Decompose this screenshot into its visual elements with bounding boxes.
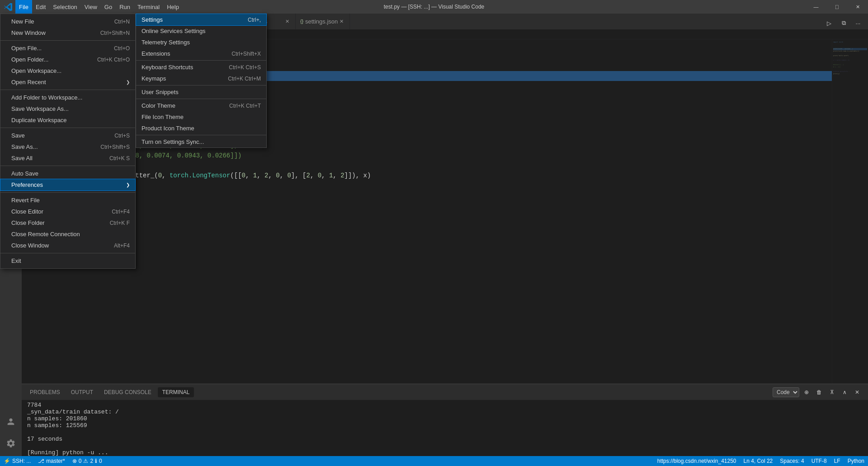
window-controls: — ⎕ ✕ — [806, 0, 868, 14]
menu-save-workspace-as[interactable]: Save Workspace As... — [0, 103, 135, 114]
terminal-line-5 — [27, 429, 863, 436]
tab-close-settings[interactable]: ✕ — [283, 18, 291, 25]
menu-duplicate-workspace[interactable]: Duplicate Workspace — [0, 114, 135, 126]
file-menu-section-5: Auto Save Preferences ❯ — [0, 166, 135, 193]
pref-settings[interactable]: Settings Ctrl+, — [136, 14, 266, 25]
terminal-maximize-button[interactable]: ⊼ — [826, 387, 837, 398]
activity-account[interactable] — [0, 411, 22, 433]
menu-terminal[interactable]: Terminal — [134, 0, 163, 14]
menu-revert-file[interactable]: Revert File — [0, 195, 135, 206]
pref-user-snippets[interactable]: User Snippets — [136, 86, 266, 98]
close-folder-shortcut: Ctrl+K F — [110, 220, 130, 226]
menu-open-recent[interactable]: Open Recent ❯ — [0, 76, 135, 88]
terminal-tab-terminal[interactable]: TERMINAL — [158, 387, 194, 397]
terminal-chevron-up[interactable]: ∧ — [839, 387, 850, 398]
pref-product-icon-theme[interactable]: Product Icon Theme — [136, 123, 266, 134]
menu-close-remote[interactable]: Close Remote Connection — [0, 228, 135, 240]
menu-selection[interactable]: Selection — [49, 0, 80, 14]
pref-settings-sync[interactable]: Turn on Settings Sync... — [136, 136, 266, 147]
vscode-logo — [4, 2, 13, 11]
menu-new-window[interactable]: New Window Ctrl+Shift+N — [0, 27, 135, 38]
split-editor-button[interactable]: ⧉ — [837, 17, 850, 29]
terminal-content[interactable]: 7784 _syn_data/train dataset: / n sample… — [22, 400, 868, 456]
eol-label: LF — [834, 458, 840, 464]
close-window-shortcut: Alt+F4 — [114, 243, 130, 249]
menu-close-window[interactable]: Close Window Alt+F4 — [0, 240, 135, 251]
pref-file-icon-theme[interactable]: File Icon Theme — [136, 111, 266, 123]
menu-go[interactable]: Go — [101, 0, 116, 14]
pref-sep-3 — [136, 99, 266, 99]
minimap: import torch print(torch.__version__) pr… — [832, 39, 868, 384]
terminal-close-button[interactable]: ✕ — [852, 387, 863, 398]
menu-open-file[interactable]: Open File... Ctrl+O — [0, 43, 135, 54]
pref-extensions[interactable]: Extensions Ctrl+Shift+X — [136, 48, 266, 59]
pref-keymaps-label: Keymaps — [142, 75, 221, 82]
open-file-shortcut: Ctrl+O — [114, 45, 130, 52]
pref-keymaps[interactable]: Keymaps Ctrl+K Ctrl+M — [136, 73, 266, 84]
close-remote-label: Close Remote Connection — [11, 231, 130, 238]
terminal-kill-button[interactable]: 🗑 — [814, 387, 825, 398]
tab-settings-json[interactable]: {} settings.json ✕ — [296, 14, 350, 29]
terminal-line-3: n samples: 201860 — [27, 415, 863, 422]
file-menu-section-7: Exit — [0, 253, 135, 268]
status-encoding[interactable]: UTF-8 — [808, 456, 830, 466]
more-actions-button[interactable]: ··· — [852, 17, 864, 29]
menu-exit[interactable]: Exit — [0, 255, 135, 266]
terminal-tab-debug[interactable]: DEBUG CONSOLE — [99, 387, 156, 397]
tab-close-settings-json[interactable]: ✕ — [338, 18, 345, 25]
ssh-label: SSH: ... — [12, 458, 31, 464]
status-branch[interactable]: ⎇ master* — [34, 456, 68, 466]
menu-save-as[interactable]: Save As... Ctrl+Shift+S — [0, 141, 135, 152]
status-language[interactable]: Python — [844, 456, 868, 466]
status-url[interactable]: https://blog.csdn.net/wxin_41250 — [654, 456, 740, 466]
ssh-icon: ⚡ — [4, 458, 10, 464]
language-label: Python — [848, 458, 864, 464]
status-position[interactable]: Ln 4, Col 22 — [740, 456, 777, 466]
menu-close-editor[interactable]: Close Editor Ctrl+F4 — [0, 206, 135, 217]
status-left: ⚡ SSH: ... ⎇ master* ⊗ 0 ⚠ 2 ℹ 0 — [0, 456, 106, 466]
menu-view[interactable]: View — [81, 0, 101, 14]
terminal-line-2: _syn_data/train dataset: / — [27, 409, 863, 415]
pref-keyboard-shortcuts[interactable]: Keyboard Shortcuts Ctrl+K Ctrl+S — [136, 62, 266, 73]
run-button[interactable]: ▷ — [823, 17, 835, 29]
save-shortcut: Ctrl+S — [114, 133, 130, 139]
menu-add-folder[interactable]: Add Folder to Workspace... — [0, 92, 135, 103]
menu-auto-save[interactable]: Auto Save — [0, 168, 135, 179]
menu-save[interactable]: Save Ctrl+S — [0, 130, 135, 141]
menu-run[interactable]: Run — [116, 0, 134, 14]
error-icon: ⊗ — [72, 458, 77, 464]
terminal-tabs: PROBLEMS OUTPUT DEBUG CONSOLE TERMINAL C… — [22, 384, 868, 400]
menu-new-file[interactable]: New File Ctrl+N — [0, 16, 135, 27]
menu-help[interactable]: Help — [163, 0, 183, 14]
duplicate-workspace-label: Duplicate Workspace — [11, 117, 130, 124]
maximize-button[interactable]: ⎕ — [826, 0, 847, 14]
status-errors-warnings[interactable]: ⊗ 0 ⚠ 2 ℹ 0 — [69, 456, 106, 466]
activity-manage[interactable] — [0, 433, 22, 454]
menu-save-all[interactable]: Save All Ctrl+K S — [0, 152, 135, 164]
preferences-label: Preferences — [11, 181, 123, 188]
terminal-split-button[interactable]: ⊕ — [801, 387, 812, 398]
terminal-select[interactable]: Code — [773, 387, 799, 397]
status-ssh[interactable]: ⚡ SSH: ... — [0, 456, 34, 466]
close-button[interactable]: ✕ — [847, 0, 868, 14]
menu-preferences[interactable]: Preferences ❯ — [0, 179, 135, 190]
warning-icon: ⚠ — [83, 458, 88, 464]
menu-open-workspace[interactable]: Open Workspace... — [0, 65, 135, 76]
file-menu-section-1: New File Ctrl+N New Window Ctrl+Shift+N — [0, 14, 135, 41]
minimap-content: import torch print(torch.__version__) pr… — [832, 39, 868, 77]
minimize-button[interactable]: — — [806, 0, 826, 14]
menu-edit[interactable]: Edit — [32, 0, 49, 14]
menu-close-folder[interactable]: Close Folder Ctrl+K F — [0, 217, 135, 228]
file-menu-section-4: Save Ctrl+S Save As... Ctrl+Shift+S Save… — [0, 128, 135, 166]
status-eol[interactable]: LF — [830, 456, 844, 466]
pref-telemetry[interactable]: Telemetry Settings — [136, 37, 266, 48]
pref-color-theme[interactable]: Color Theme Ctrl+K Ctrl+T — [136, 100, 266, 111]
pref-online-services[interactable]: Online Services Settings — [136, 25, 266, 37]
pref-user-snippets-label: User Snippets — [142, 89, 261, 95]
status-spaces[interactable]: Spaces: 4 — [776, 456, 807, 466]
terminal-tab-problems[interactable]: PROBLEMS — [25, 387, 65, 397]
terminal-tab-output[interactable]: OUTPUT — [66, 387, 98, 397]
menu-file[interactable]: File — [15, 0, 32, 14]
info-icon: ℹ — [95, 458, 97, 464]
menu-open-folder[interactable]: Open Folder... Ctrl+K Ctrl+O — [0, 54, 135, 65]
